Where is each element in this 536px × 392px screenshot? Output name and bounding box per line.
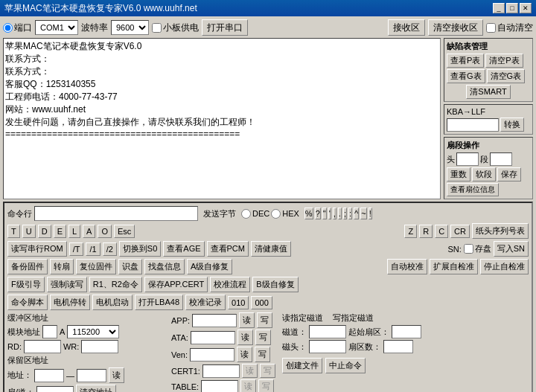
clear-p-button[interactable]: 清空P表 bbox=[485, 54, 523, 68]
query-p-button[interactable]: 查看P表 bbox=[447, 54, 484, 68]
char-comma[interactable]: , bbox=[333, 208, 336, 219]
sector-count-input[interactable] bbox=[383, 340, 413, 353]
expand-calibrate-button[interactable]: 扩展自检准 bbox=[430, 259, 478, 274]
char-quote[interactable]: " bbox=[322, 208, 327, 219]
char-colon[interactable]: : bbox=[348, 208, 352, 219]
write-sn-button[interactable]: 写入SN bbox=[494, 241, 529, 257]
clear-recv-button[interactable]: 清空接收区 bbox=[428, 19, 483, 36]
rewrite-button[interactable]: 重数 bbox=[447, 167, 470, 181]
soft-button[interactable]: 软段 bbox=[472, 167, 496, 181]
char-tilde[interactable]: ~ bbox=[360, 208, 366, 219]
save-disk-check[interactable] bbox=[464, 244, 473, 254]
auto-clear-check[interactable] bbox=[486, 23, 496, 33]
clear-g-button[interactable]: 清空G表 bbox=[487, 69, 526, 83]
head-input[interactable] bbox=[456, 152, 479, 166]
char-A[interactable]: A bbox=[83, 225, 95, 238]
char-T[interactable]: T bbox=[7, 225, 20, 238]
query-pos-button[interactable]: 查看扇位信息 bbox=[447, 183, 499, 196]
minimize-button[interactable]: _ bbox=[493, 3, 505, 13]
read-speed-select[interactable]: 115200 bbox=[67, 325, 119, 338]
stop-calibrate-button[interactable]: 停止自检准 bbox=[480, 259, 529, 274]
head-input-b[interactable] bbox=[309, 340, 346, 353]
switch-s0-button[interactable]: 切换到S0 bbox=[119, 241, 161, 257]
open-port-button[interactable]: 打开串口 bbox=[202, 19, 248, 36]
track-input[interactable] bbox=[309, 325, 346, 338]
save-cert-button[interactable]: 保存APP.CERT bbox=[144, 277, 208, 292]
wr-input[interactable] bbox=[81, 340, 118, 353]
char-percent[interactable]: % bbox=[304, 208, 313, 219]
a-repair-button[interactable]: A级自修复 bbox=[187, 259, 232, 274]
btn-000[interactable]: 000 bbox=[251, 296, 272, 309]
auto-calibrate-button[interactable]: 自动校准 bbox=[387, 259, 427, 274]
open-lba48-button[interactable]: 打开LBA48 bbox=[135, 295, 183, 310]
clear-addr-button[interactable]: 清空地址 bbox=[76, 385, 116, 392]
ata-read-btn[interactable]: 读 bbox=[237, 330, 253, 345]
reset-fw-button[interactable]: 复位固件 bbox=[76, 259, 116, 274]
port-select[interactable]: COM1 bbox=[35, 20, 78, 35]
rd-input[interactable] bbox=[24, 340, 61, 353]
cmd-script-button[interactable]: 命令脚本 bbox=[7, 295, 48, 310]
baud-select[interactable]: 9600 bbox=[111, 20, 149, 35]
info-textarea[interactable]: 苹果MAC笔记本硬盘恢复专家V6.0 联系方式： 联系方式： 客服QQ：1253… bbox=[3, 38, 441, 199]
create-file-button[interactable]: 创建文件 bbox=[282, 358, 322, 373]
small-board-check[interactable] bbox=[152, 23, 162, 33]
slash-1-button[interactable]: /1 bbox=[86, 242, 100, 256]
channel-input[interactable] bbox=[36, 386, 74, 393]
char-O[interactable]: O bbox=[98, 225, 112, 238]
smart-button[interactable]: 清SMART bbox=[466, 85, 510, 99]
motor-start-button[interactable]: 电机启动 bbox=[92, 295, 133, 310]
char-excl[interactable]: ! bbox=[368, 208, 372, 219]
f-guide-button[interactable]: F级引导 bbox=[7, 277, 45, 292]
kba-convert-button[interactable]: 转换 bbox=[500, 118, 524, 132]
query-g-button[interactable]: 查看G表 bbox=[447, 69, 485, 83]
paper-seq-button[interactable]: 纸头序列号表 bbox=[472, 223, 529, 239]
ven-read-btn[interactable]: 读 bbox=[237, 347, 252, 362]
port-radio[interactable] bbox=[3, 23, 13, 33]
ven-write-btn[interactable]: 写 bbox=[255, 347, 270, 362]
maximize-button[interactable]: □ bbox=[506, 3, 518, 13]
app-read-btn[interactable]: 读 bbox=[239, 312, 255, 328]
addr-from-input[interactable] bbox=[34, 369, 64, 382]
dec-radio[interactable] bbox=[241, 209, 251, 219]
stop-cmd-button[interactable]: 中止命令 bbox=[325, 358, 366, 373]
char-apostrophe[interactable]: ' bbox=[328, 208, 331, 219]
cmd-input[interactable] bbox=[34, 206, 198, 221]
slash-2-button[interactable]: /2 bbox=[103, 242, 117, 256]
convert-sector-button[interactable]: 转扇 bbox=[50, 259, 74, 274]
addr-to-input[interactable] bbox=[77, 369, 106, 382]
ven-input[interactable] bbox=[190, 348, 234, 362]
rw-serial-rom-button[interactable]: 读写串行ROM bbox=[7, 241, 67, 257]
char-question[interactable]: ? bbox=[315, 208, 321, 219]
char-semi[interactable]: ; bbox=[343, 208, 347, 219]
cert1-input[interactable] bbox=[202, 364, 240, 378]
view-age-button[interactable]: 查看AGE bbox=[163, 241, 204, 257]
char-dot[interactable]: . bbox=[338, 208, 342, 219]
block-addr-input[interactable] bbox=[42, 325, 57, 338]
r1r2-button[interactable]: R1、R2命令 bbox=[89, 277, 142, 292]
table-input[interactable] bbox=[201, 380, 238, 393]
identify-disk-button[interactable]: 识盘 bbox=[118, 259, 142, 274]
view-pcm-button[interactable]: 查看PCM bbox=[207, 241, 249, 257]
hex-radio[interactable] bbox=[271, 209, 281, 219]
char-esc[interactable]: Esc bbox=[114, 225, 135, 238]
sector-input[interactable] bbox=[490, 152, 512, 166]
start-sector-input[interactable] bbox=[392, 325, 421, 338]
btn-010[interactable]: 010 bbox=[228, 296, 249, 309]
force-rw-button[interactable]: 强制读写 bbox=[47, 277, 87, 292]
char-U[interactable]: U bbox=[22, 225, 36, 238]
read-addr-button[interactable]: 读 bbox=[109, 367, 124, 383]
char-CR[interactable]: CR bbox=[450, 225, 470, 238]
char-Z[interactable]: Z bbox=[404, 225, 417, 238]
backup-fw-button[interactable]: 备份固件 bbox=[7, 259, 48, 274]
disk-info-button[interactable]: 找盘信息 bbox=[144, 259, 185, 274]
clear-health-button[interactable]: 清健康值 bbox=[251, 241, 291, 257]
close-button[interactable]: ✕ bbox=[520, 3, 532, 13]
calibrate-flow-button[interactable]: 校准流程 bbox=[210, 277, 250, 292]
char-E[interactable]: E bbox=[54, 225, 66, 238]
char-caret[interactable]: ^ bbox=[354, 208, 359, 219]
save-button[interactable]: 保存 bbox=[497, 167, 521, 181]
kba-input[interactable] bbox=[447, 118, 499, 132]
char-D[interactable]: D bbox=[38, 225, 51, 238]
char-R[interactable]: R bbox=[419, 225, 433, 238]
ata-write-btn[interactable]: 写 bbox=[255, 330, 271, 345]
